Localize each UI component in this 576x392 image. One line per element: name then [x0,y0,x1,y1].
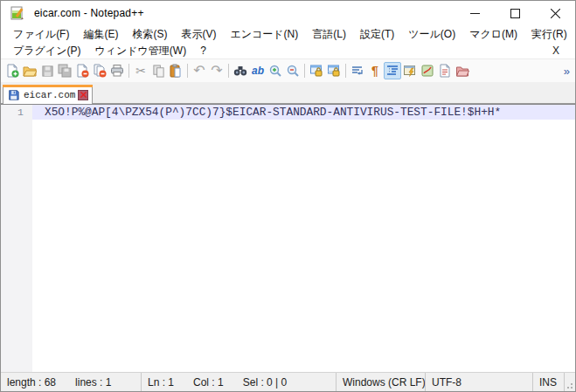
save-all-disabled-icon [58,64,72,78]
menu-plugins[interactable]: プラグイン(P) [6,44,87,58]
menubar-close-icon[interactable]: X [549,45,563,57]
resize-grip[interactable] [564,373,575,391]
close-all-files-button[interactable] [91,62,108,79]
menu-macro[interactable]: マクロ(M) [462,27,524,42]
tab-close-button[interactable] [78,90,88,100]
toolbar-separator [187,64,188,78]
status-lines: lines : 1 [75,376,111,389]
status-encoding[interactable]: UTF-8 [425,373,532,391]
cut-button[interactable]: ✂ [132,62,149,79]
editor-area[interactable]: 1 X5O!P%@AP[4\PZX54(P^)7CC)7}$EICAR-STAN… [1,104,575,372]
zoom-in-button[interactable] [267,62,284,79]
line-number: 1 [1,105,32,120]
menu-bar: ファイル(F) 編集(E) 検索(S) 表示(V) エンコード(N) 言語(L)… [1,25,575,59]
sync-vertical-scroll-button[interactable] [308,62,325,79]
tab-close-x-icon [80,92,87,98]
document-map-icon [420,64,434,78]
paste-button[interactable] [167,62,184,79]
replace-button[interactable]: ab [249,62,267,79]
close-button[interactable] [535,1,575,25]
document-map-button[interactable] [419,62,436,79]
status-cursor-position: Ln : 1 Col : 1 Sel : 0 | 0 [141,373,336,391]
document-text[interactable]: X5O!P%@AP[4\PZX54(P^)7CC)7}$EICAR-STANDA… [32,106,501,119]
menu-run[interactable]: 実行(R) [524,27,574,42]
save-all-button[interactable] [56,62,73,79]
show-all-characters-button[interactable]: ¶ [366,62,384,79]
tab-label: eicar.com [24,90,75,100]
toolbar-separator [228,64,229,78]
replace-ab-icon: ab [252,65,264,76]
status-eol-label: Windows (CR LF) [343,376,425,389]
current-line-highlight[interactable]: X5O!P%@AP[4\PZX54(P^)7CC)7}$EICAR-STANDA… [32,105,575,120]
status-line-number: Ln : 1 [148,376,174,389]
status-selection: Sel : 0 | 0 [243,376,287,389]
show-indent-guide-button[interactable] [384,62,401,79]
menu-search[interactable]: 検索(S) [125,27,174,42]
status-insert-mode-label: INS [539,376,557,389]
sync-horizontal-scroll-icon [327,64,341,78]
zoom-out-button[interactable] [284,62,302,79]
menu-window[interactable]: ウィンドウ管理(W) [87,44,193,58]
toolbar-separator [304,64,305,78]
menu-edit[interactable]: 編集(E) [76,27,125,42]
folder-as-workspace-button[interactable] [454,62,471,79]
word-wrap-button[interactable] [349,62,366,79]
status-column: Col : 1 [193,376,224,389]
undo-icon: ↶ [193,64,205,78]
status-bar: length : 68 lines : 1 Ln : 1 Col : 1 Sel… [1,372,575,391]
menu-encoding[interactable]: エンコード(N) [223,27,305,42]
status-insert-mode[interactable]: INS [532,373,564,391]
paste-clipboard-icon [169,64,183,78]
status-eol-format[interactable]: Windows (CR LF) [336,373,425,391]
print-icon [110,64,124,78]
copy-button[interactable] [149,62,167,79]
resize-grip-icon [565,381,573,389]
minimize-icon [470,9,480,18]
zoom-out-icon [286,64,300,78]
new-file-button[interactable] [3,62,21,79]
toolbar-separator [345,64,346,78]
status-length: length : 68 [7,376,56,389]
user-defined-dialog-button[interactable] [401,62,419,79]
close-icon [551,9,560,18]
function-list-icon [438,64,452,78]
open-file-button[interactable] [21,62,38,79]
saved-floppy-icon [8,89,19,100]
minimize-button[interactable] [455,1,495,25]
menu-file[interactable]: ファイル(F) [6,27,76,42]
sync-vertical-scroll-icon [309,64,323,78]
title-bar: eicar.com - Notepad++ [1,1,575,25]
find-button[interactable] [232,62,249,79]
maximize-icon [510,9,520,18]
active-tab-accent [3,85,93,87]
toolbar-overflow-chevron-icon[interactable]: » [564,65,573,78]
status-encoding-label: UTF-8 [432,376,461,389]
redo-button[interactable]: ↷ [208,62,226,79]
find-binoculars-icon [233,64,247,78]
close-file-button[interactable] [73,62,91,79]
notepad-plus-plus-app-icon [10,5,25,21]
undo-button[interactable]: ↶ [191,62,208,79]
text-area[interactable]: X5O!P%@AP[4\PZX54(P^)7CC)7}$EICAR-STANDA… [32,105,575,372]
notepad-plus-plus-window: eicar.com - Notepad++ ファイル(F) 編集(E) 検索(S… [0,0,576,392]
toolbar-separator [128,64,129,78]
menu-help[interactable]: ? [193,45,213,57]
sync-horizontal-scroll-button[interactable] [325,62,343,79]
menu-language[interactable]: 言語(L) [305,27,353,42]
status-doc-stats: length : 68 lines : 1 [1,373,141,391]
close-all-files-icon [93,64,107,78]
word-wrap-icon [350,64,364,78]
save-button[interactable] [38,62,56,79]
user-defined-dialog-icon [403,64,417,78]
tab-eicar-com[interactable]: eicar.com [3,85,93,104]
menu-view[interactable]: 表示(V) [174,27,223,42]
menu-tools[interactable]: ツール(O) [401,27,462,42]
folder-as-workspace-icon [455,64,469,78]
function-list-button[interactable] [436,62,454,79]
cut-scissors-icon: ✂ [135,65,146,77]
menu-settings[interactable]: 設定(T) [353,27,401,42]
save-disabled-icon [41,65,54,78]
redo-icon: ↷ [211,64,222,78]
print-button[interactable] [108,62,126,79]
maximize-button[interactable] [495,1,535,25]
